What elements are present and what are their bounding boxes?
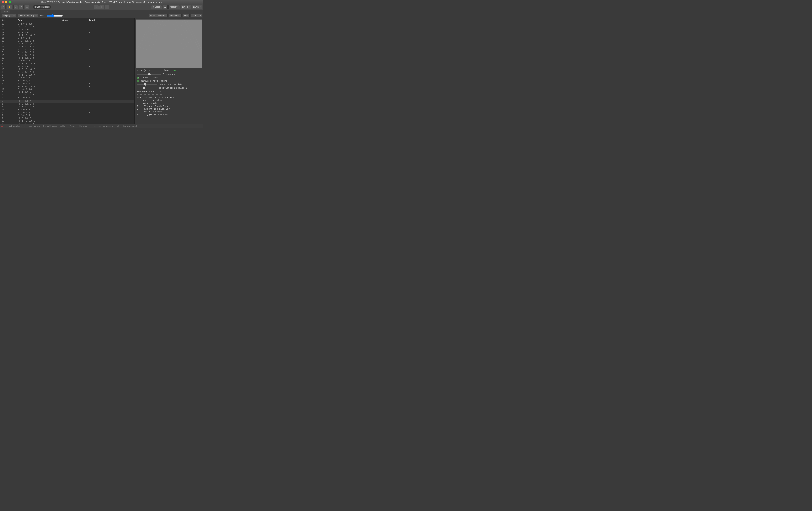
table-row[interactable]: 19 -0.1,0,0.3 - - [0,31,134,34]
pivot-option[interactable]: Pivot [34,6,41,8]
shortcuts-title: Keyboard Shortcuts: [137,90,201,93]
distribution-scale-slider[interactable] [137,88,157,88]
table-row[interactable]: 1 -0.2,0.1,0.3 - - [0,25,134,28]
table-row[interactable]: 1 0.1,-0.1,0.4 - - [0,71,134,74]
table-row[interactable]: 11 0.1,0.1,0.3 - - [0,88,134,91]
game-preview [136,20,202,68]
table-row[interactable]: 13 0.1,-0.1,0.3 - - [0,39,134,42]
require-focus-checkbox[interactable]: ✓ [137,77,139,79]
tool-rotate[interactable]: ↺ [13,5,18,9]
table-row[interactable]: 5 0.2,0,0.4 - - [0,114,134,117]
window-title: Unity 2017.3.1f1 Personal (64bit) - Numb… [41,1,162,3]
tool-scale[interactable]: ⤢ [19,5,24,9]
shortcut-key: S [137,99,143,102]
table-row[interactable]: 1 -0.1,-0.1,0.4 - - [0,74,134,76]
cell-touch: - [89,94,115,96]
cell-pos: 0.2,0,0.4 [18,108,62,111]
cell-val: 5 [2,77,18,79]
number-scale-slider[interactable] [137,84,157,85]
table-row[interactable]: 11 0.2,0,0.4 - - [0,37,134,39]
table-row[interactable]: 5 0.2,0,0.3 - - [0,59,134,62]
cell-show: - [62,106,89,108]
cell-show: - [62,85,89,88]
table-row[interactable]: 13 0.1,-0.1,0.3 - - [0,54,134,57]
cell-show: - [62,28,89,31]
col-val-header: Val [2,19,18,22]
shortcut-key: T [137,105,143,107]
table-row[interactable]: 3 0.1,0.1,0.3 - - [0,82,134,85]
table-row[interactable]: 3 -0.1,-0.1,0.3 - - [0,62,134,65]
seconds-slider-row: 3 seconds [137,73,201,75]
table-row[interactable]: 13 0.1,0.1,0.3 - - [0,79,134,82]
table-row[interactable]: 19 0.1,-0.1,0.3 - - [0,93,134,96]
layout-button[interactable]: Layout ▾ [192,5,202,9]
col-show-header: Show [62,19,89,22]
cell-pos: 0.1,-0.1,0.3 [18,40,62,42]
table-row[interactable]: 5 -0.2,0,0.3 - - [0,117,134,119]
table-row[interactable]: 7 -0.1,0,0.3 - - [0,91,134,93]
cell-pos: 0.2,0,0.3 [18,111,62,114]
cell-pos: 0.1,0.1,0.3 [18,79,62,82]
tool-arrow[interactable]: ↖ [1,5,6,9]
layers-button[interactable]: Layers ▾ [181,5,191,9]
maximize-on-play-btn[interactable]: Maximize On Play [149,14,168,17]
cell-show: - [62,88,89,90]
table-row[interactable]: 7 0.1,0,0.3 - - [0,96,134,99]
display-select[interactable]: Display 1 [2,14,16,17]
cell-pos: 0.1,-0.1,0.3 [18,54,62,56]
table-row[interactable]: 7 0.1,-0.1,0.4 - - [0,51,134,54]
close-button[interactable] [2,1,4,3]
tool-hand[interactable]: ✋ [7,5,12,9]
right-panel: Time (s): 0 Timer: 100% 3 seconds ✓ requ… [135,18,203,124]
global-option[interactable]: Global [41,6,51,8]
table-row[interactable]: 5 -0.2,0,0.3 - - [0,65,134,68]
table-row[interactable]: 5 -0.2,0,0.4 - - [0,100,134,103]
cell-show: - [62,111,89,114]
play-controls: ▶ ⏸ ⏭ [94,5,109,9]
cell-touch: - [89,74,115,76]
step-button[interactable]: ⏭ [105,5,109,9]
col-pos-header: Pos [18,19,62,22]
table-row[interactable]: 11 -0.1,0.1,0.3 - - [0,45,134,48]
table-row[interactable]: 17 -0.2,0.1,0.3 - - [0,122,134,124]
game-tab[interactable]: Game [1,10,10,13]
cell-val: 3 [2,106,18,108]
pivot-global-toggle[interactable]: Pivot Global [33,5,51,8]
title-bar: Unity 2017.3.1f1 Personal (64bit) - Numb… [0,0,203,4]
account-button[interactable]: Account ▾ [168,5,180,9]
table-row[interactable]: 19 0.2,-0.1,0.3 - - [0,48,134,51]
gizmos-btn[interactable]: Gizmos ▾ [191,14,202,17]
table-row[interactable]: 17 0.2,0.1,0.3 - - [0,23,134,25]
table-row[interactable]: 19 -0.1,-0.1,0.3 - - [0,119,134,122]
cell-pos: -0.1,-0.1,0.3 [18,62,62,65]
table-row[interactable]: 17 0.2,0,0.4 - - [0,108,134,111]
cell-pos: 0.2,0,0.3 [18,60,62,62]
table-row[interactable]: 13 -0.1,0.1,0.3 - - [0,57,134,59]
cell-pos: 0.2,0,0.3 [18,77,62,79]
table-row[interactable]: 1 0.2,0,0.3 - - [0,111,134,114]
play-button[interactable]: ▶ [94,5,99,9]
cloud-button[interactable]: ☁ [163,5,168,9]
table-row[interactable]: 19 -0.2,-0.1,0.3 - - [0,68,134,71]
stats-btn[interactable]: Stats [183,14,190,17]
table-row[interactable]: 13 -0.1,-0.1,0.4 - - [0,42,134,45]
minimize-button[interactable] [5,1,7,3]
table-row[interactable]: 5 0.2,0,0.3 - - [0,76,134,79]
cell-pos: -0.2,-0.1,0.3 [18,68,62,70]
tool-rect[interactable]: ▭ [25,5,29,9]
collab-button[interactable]: ⟳ Collab [151,5,162,9]
table-row[interactable]: 11 -0.2,0,0.4 - - [0,28,134,31]
table-row[interactable]: 13 -0.1,-0.1,0.3 - - [0,34,134,37]
scale-slider[interactable] [47,14,63,18]
resolution-select[interactable]: hd (1920x1080) [18,14,38,17]
table-row[interactable]: 3 -0.2,0.1,0.4 - - [0,103,134,105]
maximize-button[interactable] [8,1,11,3]
seconds-slider[interactable] [137,74,161,75]
pause-button[interactable]: ⏸ [99,5,104,9]
cell-show: - [62,26,89,28]
cell-touch: - [89,77,115,79]
table-row[interactable]: 7 -0.1,-0.1,0.4 - - [0,85,134,88]
always-before-camera-checkbox[interactable]: ✓ [137,80,139,82]
table-row[interactable]: 3 -0.1,0.1,0.3 - - [0,105,134,108]
mute-audio-btn[interactable]: Mute Audio [169,14,181,17]
